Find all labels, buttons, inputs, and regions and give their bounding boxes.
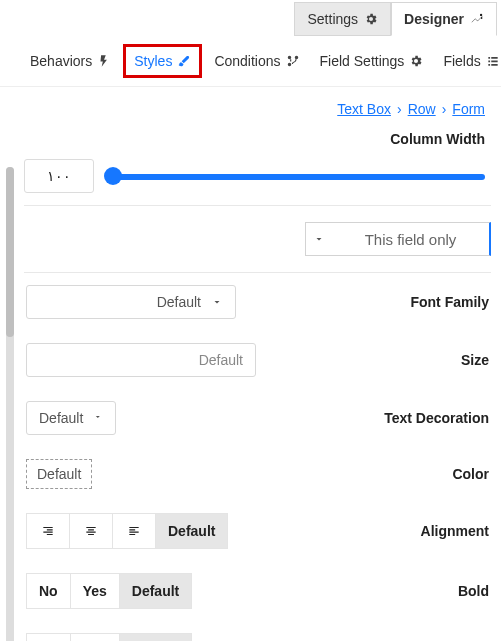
scope-value: This field only [332, 231, 489, 248]
align-right-icon [41, 524, 55, 538]
bold-no-button[interactable]: No [26, 573, 71, 609]
scope-select[interactable]: This field only [305, 222, 491, 256]
subtab-field-settings[interactable]: Field Settings [312, 44, 432, 78]
bold-yes-label: Yes [83, 583, 107, 599]
scrollbar-thumb[interactable] [6, 167, 14, 337]
bold-default-button[interactable]: Default [119, 573, 192, 609]
gear-icon [409, 54, 423, 68]
text-decoration-select[interactable]: Default [26, 401, 116, 435]
chevron-down-icon [306, 233, 332, 245]
breadcrumb-form[interactable]: Form [452, 101, 485, 117]
breadcrumb: Text Box › Row › Form [24, 97, 491, 127]
subtab-styles[interactable]: Styles [123, 44, 202, 78]
size-placeholder: Default [199, 352, 243, 368]
brush-icon [177, 54, 191, 68]
chevron-right-icon: › [397, 101, 402, 117]
bold-group: No Yes Default [26, 573, 192, 609]
tab-settings-label: Settings [307, 11, 358, 27]
bold-no-label: No [39, 583, 58, 599]
align-default-label: Default [168, 523, 215, 539]
color-value: Default [37, 466, 81, 482]
subtab-behaviors-label: Behaviors [30, 53, 92, 69]
slider-track [106, 174, 485, 180]
breadcrumb-textbox[interactable]: Text Box [337, 101, 391, 117]
align-right-button[interactable] [26, 513, 70, 549]
align-left-icon [127, 524, 141, 538]
chevron-down-icon [93, 412, 103, 424]
svg-point-0 [480, 14, 482, 16]
font-family-value: Default [157, 294, 201, 310]
italic-default-button[interactable]: Default [119, 633, 192, 641]
slider-knob[interactable] [104, 167, 122, 185]
tab-designer-label: Designer [404, 11, 464, 27]
subtab-fields[interactable]: Fields [435, 44, 501, 78]
text-decoration-value: Default [39, 410, 83, 426]
subtab-fields-label: Fields [443, 53, 480, 69]
tab-settings[interactable]: Settings [294, 2, 391, 36]
bold-default-label: Default [132, 583, 179, 599]
list-icon [486, 54, 500, 68]
font-family-label: Font Family [410, 294, 489, 310]
subtab-behaviors[interactable]: Behaviors [22, 44, 119, 78]
align-default-button[interactable]: Default [155, 513, 228, 549]
alignment-label: Alignment [421, 523, 489, 539]
branch-icon [286, 54, 300, 68]
design-icon [470, 12, 484, 26]
column-width-label: Column Width [24, 127, 491, 155]
subtab-conditions[interactable]: Conditions [206, 44, 307, 78]
chevron-down-icon [211, 296, 223, 308]
bold-label: Bold [458, 583, 489, 599]
italic-group: No Yes Default [26, 633, 192, 641]
size-label: Size [461, 352, 489, 368]
column-width-input[interactable]: ١٠٠ [24, 159, 94, 193]
bolt-icon [97, 54, 111, 68]
column-width-value: ١٠٠ [47, 168, 71, 184]
color-picker[interactable]: Default [26, 459, 92, 489]
alignment-group: Default [26, 513, 228, 549]
text-decoration-label: Text Decoration [384, 410, 489, 426]
bold-yes-button[interactable]: Yes [70, 573, 120, 609]
chevron-right-icon: › [442, 101, 447, 117]
subtab-conditions-label: Conditions [214, 53, 280, 69]
size-input[interactable]: Default [26, 343, 256, 377]
italic-no-button[interactable]: No [26, 633, 71, 641]
align-center-button[interactable] [69, 513, 113, 549]
align-center-icon [84, 524, 98, 538]
align-left-button[interactable] [112, 513, 156, 549]
column-width-slider[interactable] [106, 167, 485, 185]
color-label: Color [452, 466, 489, 482]
italic-yes-button[interactable]: Yes [70, 633, 120, 641]
gear-icon [364, 12, 378, 26]
breadcrumb-row[interactable]: Row [408, 101, 436, 117]
subtab-styles-label: Styles [134, 53, 172, 69]
tab-designer[interactable]: Designer [391, 2, 497, 36]
subtab-field-settings-label: Field Settings [320, 53, 405, 69]
font-family-select[interactable]: Default [26, 285, 236, 319]
